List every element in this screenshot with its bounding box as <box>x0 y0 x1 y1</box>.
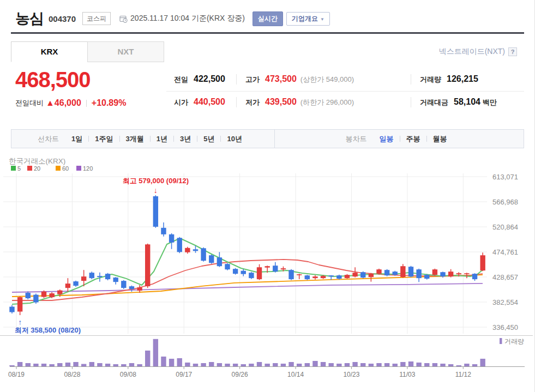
volume-bar <box>448 364 453 366</box>
y-axis-label: 520,864 <box>492 223 518 231</box>
candle <box>17 297 22 311</box>
volume-bar <box>297 364 302 366</box>
candle <box>233 269 238 274</box>
volume-bar <box>193 364 198 366</box>
candle <box>480 255 485 270</box>
candle <box>81 276 86 281</box>
volume-bar <box>97 363 102 366</box>
candle <box>105 274 110 279</box>
high-annotation: 최고 579,000 (09/12) <box>123 177 189 185</box>
candle <box>273 266 278 272</box>
y-axis-label: 382,554 <box>492 298 518 306</box>
candle <box>201 248 206 261</box>
candle <box>257 267 262 279</box>
price-chart[interactable]: 한국거래소(KRX)52060120최고 579,000 (09/12)↓↑최저… <box>0 0 535 392</box>
ma-legend-label: 60 <box>62 165 69 172</box>
candle <box>113 278 118 282</box>
volume-bar <box>41 364 46 366</box>
candle <box>177 238 182 252</box>
ma-legend-label: 20 <box>34 165 40 172</box>
candle <box>393 272 398 275</box>
ma-legend-label: 120 <box>83 165 93 172</box>
volume-bar <box>329 363 334 366</box>
candle <box>129 286 134 289</box>
volume-bar <box>169 359 174 366</box>
volume-bar <box>265 364 269 366</box>
candle <box>137 287 142 291</box>
candle <box>321 276 326 278</box>
candle <box>41 292 46 297</box>
x-axis-label: 09/08 <box>120 371 136 378</box>
volume-bar <box>137 364 142 366</box>
candle <box>297 274 302 275</box>
candle <box>472 274 477 279</box>
volume-bar <box>129 363 134 366</box>
x-axis-label: 08/19 <box>8 371 25 378</box>
volume-bar <box>376 363 381 366</box>
candle <box>209 255 214 263</box>
volume-bar <box>369 364 374 366</box>
candle <box>249 273 254 278</box>
volume-bar <box>273 363 278 366</box>
volume-bar <box>241 364 246 366</box>
y-axis-label: 428,657 <box>492 273 518 281</box>
volume-bar <box>105 364 110 366</box>
ma-legend-label: 5 <box>17 165 21 172</box>
volume-bar <box>472 364 477 366</box>
candle <box>241 271 246 274</box>
volume-bar <box>393 364 398 366</box>
candle <box>424 275 429 279</box>
candle <box>345 275 350 278</box>
y-axis-label: 474,761 <box>492 248 518 256</box>
stock-quote-page: 농심 004370 코스피 2025.11.17 10:04 기준(KRX 장중… <box>0 0 535 392</box>
candle <box>193 249 198 251</box>
volume-legend-label: 거래량 <box>504 337 524 345</box>
candle <box>464 273 469 274</box>
y-axis-label: 566,968 <box>492 198 518 206</box>
candle <box>408 267 413 276</box>
volume-bar <box>89 362 94 366</box>
x-axis-label: 10/23 <box>343 371 359 378</box>
volume-bar <box>217 363 222 366</box>
candle <box>265 266 269 267</box>
up-arrow-icon: ↑ <box>18 318 22 327</box>
volume-bar <box>424 363 429 366</box>
volume-bar <box>345 363 350 366</box>
volume-bar <box>177 358 182 366</box>
volume-bar <box>49 364 54 366</box>
candle <box>416 269 421 278</box>
candle <box>73 281 78 286</box>
ma-legend-swatch <box>56 166 61 171</box>
volume-bar <box>352 362 357 366</box>
x-axis-label: 09/17 <box>176 371 192 378</box>
candle <box>145 244 150 286</box>
candle <box>352 273 357 276</box>
volume-bar <box>464 364 469 366</box>
volume-bar <box>225 364 230 366</box>
candle <box>153 196 158 227</box>
x-axis-label: 08/28 <box>64 371 80 378</box>
volume-bar <box>432 363 437 366</box>
ma-legend-swatch <box>27 166 32 171</box>
volume-bar <box>257 362 262 366</box>
volume-bar <box>312 361 317 366</box>
volume-bar <box>233 364 238 366</box>
volume-bar <box>384 363 389 366</box>
candle <box>432 269 437 275</box>
candle <box>281 268 286 269</box>
candle <box>161 228 166 234</box>
candle <box>97 276 102 277</box>
y-axis-label: 613,071 <box>492 173 518 181</box>
volume-bar <box>288 362 293 366</box>
volume-bar <box>57 363 62 366</box>
volume-bar <box>145 351 150 366</box>
volume-bar <box>456 365 461 366</box>
volume-bar <box>360 363 365 366</box>
candle <box>49 293 54 297</box>
candle <box>448 272 453 276</box>
volume-bar <box>81 364 86 366</box>
candle <box>57 291 62 294</box>
candle <box>456 273 461 274</box>
x-axis-label: 09/26 <box>232 371 248 378</box>
volume-bar <box>33 364 38 366</box>
